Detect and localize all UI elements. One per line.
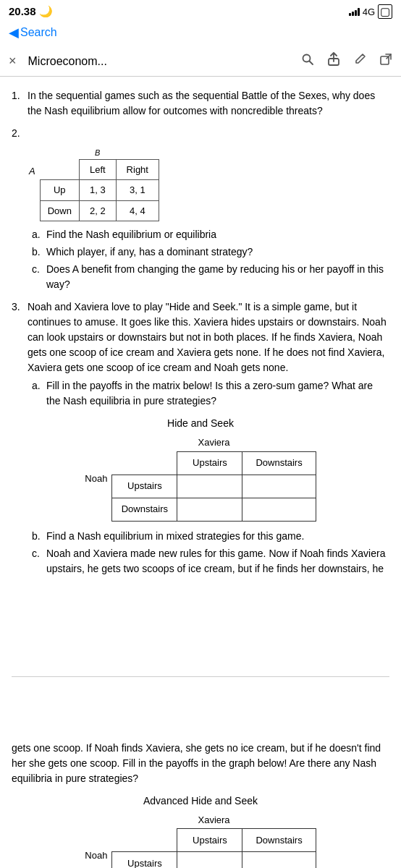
ahs-col-downstairs: Downstairs [242, 829, 316, 852]
q1-text: In the sequential games such as the sequ… [28, 88, 389, 119]
q2-row-up: Up [40, 180, 79, 201]
back-chevron-icon: ◀ [9, 25, 19, 41]
close-button[interactable]: × [9, 54, 17, 69]
advanced-noah-row-label: Noah [85, 848, 107, 863]
main-content: 1. In the sequential games such as the s… [0, 77, 401, 868]
hide-and-seek-table-wrap: Xaviera Upstairs Downstairs U [111, 435, 316, 522]
time-text: 20.38 [9, 5, 36, 17]
hide-and-seek-table: Upstairs Downstairs Upstairs Dow [111, 451, 316, 522]
hs-cell-u-u [177, 475, 242, 498]
q3-sub-c: c. Noah and Xaviera made new rules for t… [32, 546, 389, 576]
toolbar-icons [301, 52, 392, 70]
network-label: 4G [363, 7, 375, 17]
question-2: 2. A B [12, 126, 389, 292]
hide-and-seek-matrix-container: Hide and Seek Noah Xaviera [12, 416, 389, 522]
q2-col-left: Left [79, 159, 116, 180]
search-button[interactable] [301, 53, 314, 69]
noah-row-label: Noah [85, 472, 107, 486]
q3-sub-b-letter: b. [32, 529, 43, 544]
hs-cell-u-d [242, 475, 316, 498]
back-label: Search [20, 26, 57, 39]
hide-and-seek-title: Hide and Seek [167, 416, 234, 431]
q2-col-right: Right [116, 159, 159, 180]
advanced-hs-table-wrap: Xaviera Upstairs Downstairs Upstairs [111, 813, 316, 869]
advanced-xaviera-top-label: Xaviera [111, 813, 316, 827]
battery-icon: ▢ [378, 4, 392, 19]
toolbar: × Microeconom... [0, 46, 401, 77]
question-3: 3. Noah and Xaviera love to play "Hide a… [12, 299, 389, 576]
q2-cell-down-left: 2, 2 [79, 200, 116, 221]
ahs-cell-u-d [242, 852, 316, 869]
hs-row-upstairs: Upstairs [112, 475, 177, 498]
hs-col-downstairs: Downstairs [242, 451, 316, 475]
hs-row-downstairs: Downstairs [112, 498, 177, 521]
continuation-text: gets one scoop. If Noah finds Xaviera, s… [12, 741, 389, 786]
post-break-spacer [12, 683, 389, 741]
q3-number: 3. [12, 299, 25, 375]
moon-icon: 🌙 [39, 5, 53, 17]
q2-row-player-label: A [29, 164, 35, 179]
q3-sub-a: a. Fill in the payoffs in the matrix bel… [32, 378, 389, 409]
hide-and-seek-matrix-inner: Noah Xaviera Upstairs Downstairs [85, 435, 316, 522]
advanced-xaviera-label-text: Xaviera [198, 814, 230, 825]
q2-cell-down-right: 4, 4 [116, 200, 159, 221]
back-button[interactable]: ◀ Search [9, 25, 57, 41]
signal-icon [349, 7, 360, 16]
advanced-hs-title: Advanced Hide and Seek [143, 793, 258, 809]
advanced-hs-matrix-inner: Noah Xaviera Upstairs Downstairs [85, 813, 316, 869]
page-divider [12, 676, 389, 677]
advanced-noah-label-container: Noah [85, 848, 107, 863]
q3-sub-a-text: Fill in the payoffs in the matrix below!… [46, 378, 389, 409]
q2-row-down: Down [40, 200, 79, 221]
ahs-col-upstairs: Upstairs [177, 829, 242, 852]
hs-cell-d-d [242, 498, 316, 521]
continuation-block: gets one scoop. If Noah finds Xaviera, s… [12, 741, 389, 786]
q2-sub-c-letter: c. [32, 262, 43, 292]
nav-bar: ◀ Search [0, 22, 401, 46]
q2-sub-c-text: Does A benefit from changing the game by… [46, 262, 389, 292]
q2-sub-b-text: Which player, if any, has a dominant str… [46, 244, 389, 260]
q2-sub-c: c. Does A benefit from changing the game… [32, 262, 389, 292]
q3-sub-c-text: Noah and Xaviera made new rules for this… [46, 546, 389, 576]
q1-line: 1. In the sequential games such as the s… [12, 88, 389, 119]
q2-number: 2. [12, 126, 25, 141]
hs-col-upstairs: Upstairs [177, 451, 242, 475]
status-right: 4G ▢ [349, 4, 392, 19]
q2-matrix-container: A B [29, 144, 389, 221]
external-link-button[interactable] [379, 53, 392, 69]
q2-col-header-label: B [95, 148, 100, 157]
q2-sub-a-letter: a. [32, 227, 43, 242]
status-bar: 20.38 🌙 4G ▢ [0, 0, 401, 22]
q2-line: 2. [12, 126, 389, 141]
hs-cell-d-u [177, 498, 242, 521]
q1-number: 1. [12, 88, 25, 119]
q2-sub-a: a. Find the Nash equilibrium or equilibr… [32, 227, 389, 242]
q2-cell-up-left: 1, 3 [79, 180, 116, 201]
ahs-cell-u-u [177, 852, 242, 869]
xaviera-label-text: Xaviera [198, 437, 230, 448]
q3-text: Noah and Xaviera love to play "Hide and … [28, 299, 389, 375]
time-display: 20.38 🌙 [9, 5, 53, 18]
ahs-row-upstairs: Upstairs [112, 852, 177, 869]
question-1: 1. In the sequential games such as the s… [12, 88, 389, 119]
q2-sub-a-text: Find the Nash equilibrium or equilibria [46, 227, 389, 242]
q3-sub-a-letter: a. [32, 378, 43, 409]
q3-sub-b-text: Find a Nash equilibrium in mixed strateg… [46, 529, 389, 544]
noah-label-container: Noah [85, 472, 107, 486]
page-break-spacer [12, 584, 389, 671]
edit-button[interactable] [353, 53, 366, 69]
share-button[interactable] [327, 52, 340, 70]
q3-line: 3. Noah and Xaviera love to play "Hide a… [12, 299, 389, 375]
advanced-hs-table: Upstairs Downstairs Upstairs Downstairs [111, 828, 316, 868]
document-title: Microeconom... [28, 55, 290, 68]
q2-sub-b-letter: b. [32, 244, 43, 260]
q3-sub-c-letter: c. [32, 546, 43, 576]
q2-matrix: B Left Right Up [40, 144, 159, 221]
q2-sub-b: b. Which player, if any, has a dominant … [32, 244, 389, 260]
q2-cell-up-right: 3, 1 [116, 180, 159, 201]
advanced-hs-matrix-container: Advanced Hide and Seek Noah Xaviera Upst… [12, 793, 389, 869]
xaviera-top-label: Xaviera [111, 435, 316, 450]
q3-sub-b: b. Find a Nash equilibrium in mixed stra… [32, 529, 389, 544]
svg-line-1 [310, 61, 313, 65]
